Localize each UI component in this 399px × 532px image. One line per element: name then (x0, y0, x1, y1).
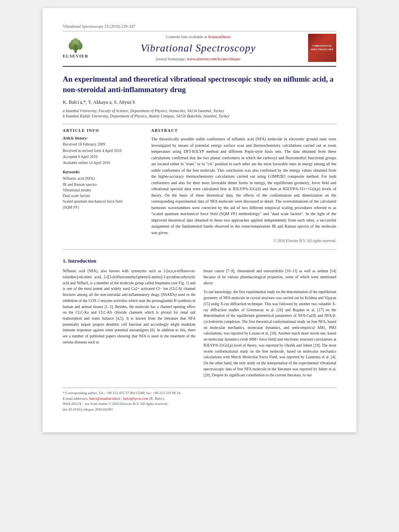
accepted-date: Accepted 6 April 2010 (63, 154, 143, 160)
authors: K. Balci a,*, Y. Akkaya a, S. Akyuz b (63, 99, 336, 105)
keyword-3: Vibrational modes (63, 187, 143, 193)
section-title: 1. Introduction (63, 258, 336, 264)
homepage-link[interactable]: www.elsevier.com/locate/vibspec (187, 57, 241, 61)
header-row: ELSEVIER Contents lists available at Sci… (63, 34, 336, 62)
elsevier-wordmark: ELSEVIER (63, 53, 88, 58)
article-info-abstract: ARTICLE INFO Article history: Received 1… (63, 124, 336, 243)
keyword-1: Niflumic acid (NFA) (63, 176, 143, 181)
intro-left-p1: Niflumic acid (NFA), also known with syn… (63, 268, 195, 345)
keywords-section: Keywords: Niflumic acid (NFA) IR and Ram… (63, 170, 143, 210)
keywords-label: Keywords: (63, 170, 143, 174)
intro-col-left: Niflumic acid (NFA), also known with syn… (63, 268, 195, 381)
revised-date: Received in revised form 4 April 2010 (63, 148, 143, 154)
received-date: Received 18 February 2009 (63, 142, 143, 147)
footer-note: * Corresponding author. Tel.: +90 212 45… (63, 388, 336, 412)
article-title: An experimental and theoretical vibratio… (63, 74, 336, 94)
intro-col-right: breast cancer [7–9], rheumatoid and oste… (204, 268, 336, 381)
issn-line: 0924-2031/$ – see front matter © 2010 El… (63, 401, 336, 407)
intro-right-p1: breast cancer [7–9], rheumatoid and oste… (204, 268, 336, 286)
header-center: Contents lists available at ScienceDirec… (88, 35, 308, 61)
keyword-2: IR and Raman spectra (63, 182, 143, 187)
email1: balci@istanbul.edu.tr (89, 396, 120, 401)
sciencedirect-link[interactable]: ScienceDirect (208, 35, 230, 39)
badge-text: VIBRATIONALSPECTROSCOPY (311, 44, 334, 51)
journal-title: Vibrational Spectroscopy (88, 42, 308, 54)
contents-line: Contents lists available at ScienceDirec… (88, 35, 308, 39)
elsevier-logo: ELSEVIER (63, 37, 88, 58)
introduction-section: 1. Introduction Niflumic acid (NFA), als… (63, 258, 336, 381)
journal-homepage: journal homepage: www.elsevier.com/locat… (88, 57, 308, 61)
copyright-line: © 2010 Elsevier B.V. All rights reserved… (151, 239, 336, 243)
abstract-text: The theoretically possible stable confor… (151, 136, 336, 236)
email2: balci@lycos.com (123, 396, 148, 401)
intro-columns: Niflumic acid (NFA), also known with syn… (63, 268, 336, 381)
corresponding-author: * Corresponding author. Tel.: +90 212 45… (63, 390, 336, 396)
email-line: E-mail addresses: balci@istanbul.edu.tr … (63, 396, 336, 402)
elsevier-tree-icon (66, 37, 86, 53)
article-info-col: ARTICLE INFO Article history: Received 1… (63, 128, 143, 243)
journal-citation: Vibrational Spectroscopy 53 (2010) 239–2… (63, 24, 336, 29)
affiliations: a Istanbul University, Faculty of Scienc… (63, 109, 336, 118)
history-label: Article history: (63, 136, 143, 140)
svg-point-6 (72, 38, 78, 44)
affiliation-b: b Istanbul Kültür University, Department… (63, 114, 336, 118)
article-info-label: ARTICLE INFO (63, 128, 143, 133)
keyword-4: Dual scale factors (63, 193, 143, 199)
abstract-col: ABSTRACT The theoretically possible stab… (151, 128, 336, 243)
available-date: Available online 14 April 2010 (63, 160, 143, 166)
abstract-label: ABSTRACT (151, 128, 336, 133)
doi-line: doi:10.1016/j.vibspec.2010.04.001 (63, 407, 336, 413)
intro-right-p2: To our knowledge, the first experimental… (204, 289, 336, 378)
keyword-6: (SQM FF) (63, 205, 143, 210)
page: Vibrational Spectroscopy 53 (2010) 239–2… (43, 8, 356, 432)
journal-badge: VIBRATIONALSPECTROSCOPY (308, 34, 336, 62)
keyword-5: Scaled quantum mechanical force field (63, 199, 143, 204)
affiliation-a: a Istanbul University, Faculty of Scienc… (63, 109, 336, 113)
